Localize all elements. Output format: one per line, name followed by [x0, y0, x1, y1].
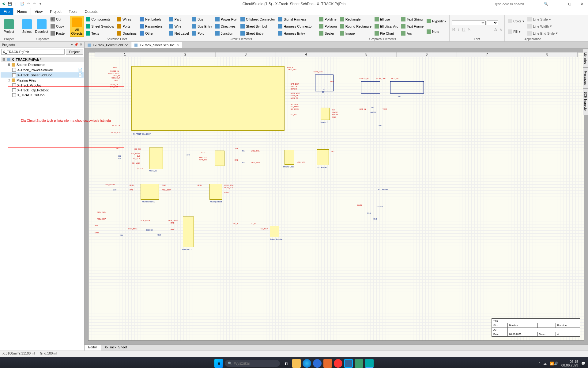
filter-other[interactable]: Other [138, 31, 164, 36]
port-button[interactable]: Port [191, 31, 213, 36]
qat-redo-icon[interactable]: ↷ [32, 2, 37, 6]
filter-texts[interactable]: Texts [85, 31, 115, 36]
qat-more-icon[interactable]: ▾ [38, 2, 43, 6]
task-view-icon[interactable]: ◧ [282, 359, 290, 368]
sheet-entry-button[interactable]: Sheet Entry [239, 31, 276, 36]
polyline-button[interactable]: Polyline [318, 17, 338, 22]
tray-chevron-icon[interactable]: ˄ [538, 362, 540, 366]
filter-sheet-symbols[interactable]: Sheet Symbols [85, 24, 115, 29]
font-size-select[interactable] [487, 21, 498, 25]
all-objects-button[interactable]: All Objects [70, 16, 84, 37]
offsheet-connector-button[interactable]: Offsheet Connector [239, 17, 276, 22]
taskbar-app-5[interactable] [355, 359, 363, 368]
power-port-button[interactable]: Power Port [214, 17, 239, 22]
paste-button[interactable]: Paste [49, 31, 66, 36]
elliptical-arc-button[interactable]: Elliptical Arc [373, 24, 399, 29]
filter-ports[interactable]: Ports [116, 24, 138, 29]
cut-button[interactable]: ✂Cut [49, 17, 66, 22]
schematic-block-gps[interactable] [215, 151, 224, 166]
schematic-block-display[interactable] [183, 217, 194, 247]
doctab-sheet[interactable]: X-Track_Sheet.SchDoc✕ [131, 42, 182, 48]
taskbar-app-1[interactable] [313, 359, 322, 368]
polygon-button[interactable]: Polygon [318, 24, 338, 29]
rectangle-button[interactable]: Rectangle [339, 17, 373, 22]
select-button[interactable]: Select [20, 16, 34, 37]
line-end-button[interactable]: Line End Style ▾ [526, 31, 559, 36]
text-frame-button[interactable]: Text Frame [400, 24, 425, 29]
maximize-icon[interactable]: ▢ [564, 0, 576, 8]
start-button[interactable]: ⊞ [214, 359, 223, 368]
taskbar-app-circuitstudio[interactable] [365, 359, 374, 368]
tab-file[interactable]: File [0, 8, 13, 15]
tree-file[interactable]: X-Track_lqfp.PcbDoc [1, 88, 84, 93]
hyperlink-button[interactable]: Hyperlink [425, 18, 447, 24]
schematic-block-header4[interactable] [321, 108, 330, 120]
panel-close-icon[interactable]: ✕ [80, 43, 82, 47]
bottom-tab-sheet[interactable]: X-Track_Sheet [101, 345, 131, 351]
line-width-button[interactable]: Line Width ▾ [526, 24, 559, 29]
qat-undo-icon[interactable]: ↶ [26, 2, 31, 6]
schematic-canvas[interactable]: 12345678 VBAT OSC32_IN OSC32_OUT OSC_IN … [85, 48, 588, 344]
tab-close-icon[interactable]: ✕ [176, 43, 179, 47]
bus-entry-button[interactable]: Bus Entry [191, 24, 213, 29]
wire-button[interactable]: Wire [168, 24, 190, 29]
font-grow-icon[interactable]: A [494, 27, 497, 32]
taskbar-search[interactable]: 🔍 [225, 360, 280, 367]
filter-net-labels[interactable]: Net Labels [138, 17, 164, 22]
tab-tools[interactable]: Tools [65, 8, 81, 15]
fill-button[interactable]: Fill ▾ [507, 29, 526, 34]
note-button[interactable]: Note [425, 29, 447, 34]
edge-icon[interactable] [303, 359, 311, 368]
close-icon[interactable]: ✕ [576, 0, 588, 8]
filter-components[interactable]: Components [85, 17, 115, 22]
schematic-block-lsm[interactable] [141, 184, 159, 200]
part-button[interactable]: Part [168, 17, 190, 22]
search-icon[interactable]: 🔍 [544, 2, 548, 6]
tab-project[interactable]: Project [46, 8, 65, 15]
tab-home[interactable]: Home [13, 8, 31, 15]
color-button[interactable]: Color ▾ [507, 18, 526, 24]
help-search-input[interactable] [494, 2, 543, 6]
font-shrink-icon[interactable]: A [500, 28, 502, 32]
qat-save-icon[interactable]: 💾 [7, 2, 12, 6]
pie-chart-button[interactable]: Pie Chart [373, 31, 399, 36]
font-family-select[interactable] [452, 21, 486, 25]
filter-wires[interactable]: Wires [116, 17, 138, 22]
project-button[interactable]: Project [2, 16, 16, 37]
text-string-button[interactable]: Text String [400, 17, 425, 22]
filter-parameters[interactable]: Parameters [138, 24, 164, 29]
deselect-button[interactable]: Deselect [35, 16, 49, 37]
tray-wifi-icon[interactable]: 📶🔊 [550, 362, 558, 366]
tray-cloud-icon[interactable]: ☁ [543, 362, 547, 366]
taskbar-clock[interactable]: 08:15 08.06.2023 [561, 360, 578, 367]
tab-outputs[interactable]: Outputs [81, 8, 101, 15]
project-button-panel[interactable]: Project [66, 49, 83, 55]
panel-menu-icon[interactable]: ▾ [71, 43, 73, 47]
side-tab-inspector[interactable]: SCH Inspector [583, 88, 588, 115]
line-style-button[interactable]: Line Style ▾ [526, 17, 559, 22]
schematic-block-mcu[interactable] [131, 66, 285, 131]
taskbar-app-2[interactable] [323, 359, 332, 368]
schematic-block-sd[interactable] [149, 148, 163, 169]
side-tab-libraries[interactable]: Libraries [583, 49, 588, 67]
harness-entry-button[interactable]: Harness Entry [277, 31, 314, 36]
signal-harness-button[interactable]: Signal Harness [277, 17, 314, 22]
schematic-block-encoder[interactable] [270, 226, 279, 237]
tree-file[interactable]: X-Track.PcbDoc [1, 83, 84, 88]
junction-button[interactable]: Junction [214, 31, 239, 36]
ellipse-button[interactable]: Ellipse [373, 17, 399, 22]
bus-button[interactable]: Bus [191, 17, 213, 22]
net-label-button[interactable]: Net Label [168, 31, 190, 36]
underline-button[interactable]: U [462, 27, 466, 33]
harness-connector-button[interactable]: Harness Connector [277, 24, 314, 29]
tree-file[interactable]: X-Track_Power.SchDoc📄 [1, 67, 84, 72]
doctab-power[interactable]: X-Track_Power.SchDoc [85, 42, 131, 48]
sheet-symbol-button[interactable]: Sheet Symbol [239, 24, 276, 29]
taskbar-app-4[interactable] [344, 359, 353, 368]
image-button[interactable]: Image [339, 31, 373, 36]
tree-folder-source[interactable]: ⊟Source Documents [1, 62, 84, 67]
tree-folder-missing[interactable]: ⊟Missing Files [1, 78, 84, 83]
schematic-block-usb[interactable] [285, 150, 294, 165]
directives-button[interactable]: Directives [214, 24, 239, 29]
bold-button[interactable]: B [452, 27, 455, 33]
